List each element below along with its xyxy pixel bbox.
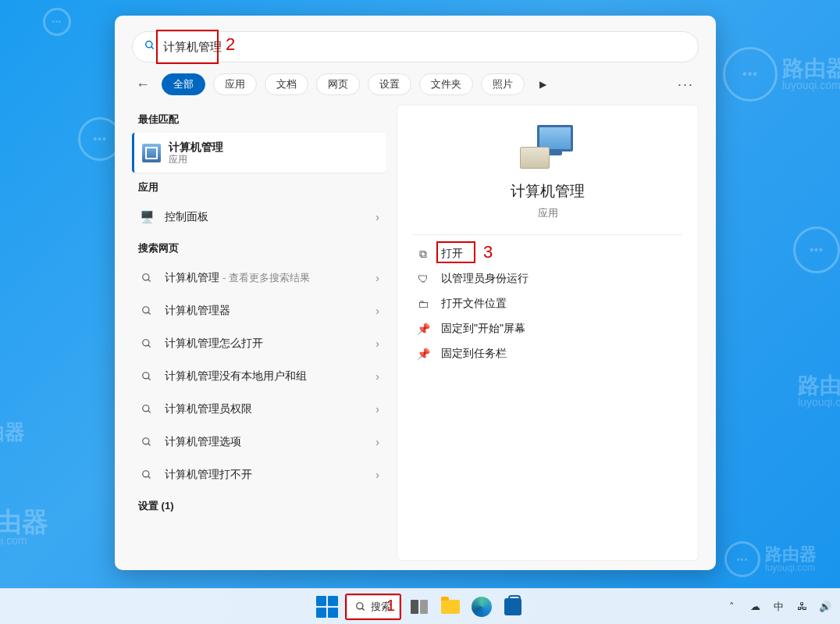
edge-button[interactable]	[470, 595, 493, 619]
folder-icon: 🗀	[416, 298, 430, 310]
annotation-number-2: 2	[226, 34, 235, 55]
svg-line-3	[148, 280, 151, 282]
system-tray: ˄ ☁ 中 🖧 🔊	[723, 600, 834, 614]
search-icon	[138, 335, 155, 352]
control-panel-icon: 🖥️	[138, 209, 155, 226]
chevron-right-icon: ›	[376, 370, 379, 383]
tray-overflow-button[interactable]: ˄	[723, 601, 740, 612]
filter-photos[interactable]: 照片	[481, 73, 525, 95]
best-match-item[interactable]: 计算机管理 应用	[132, 133, 386, 173]
section-best-match: 最佳匹配	[132, 105, 386, 133]
web-result[interactable]: 计算机管理员权限 ›	[132, 393, 386, 426]
filter-more[interactable]: ▶	[532, 79, 553, 90]
filter-row: ← 全部 应用 文档 网页 设置 文件夹 照片 ▶ ···	[132, 73, 699, 95]
search-icon	[144, 40, 155, 54]
svg-line-11	[148, 411, 151, 413]
chevron-right-icon: ›	[376, 469, 379, 481]
chevron-right-icon: ›	[376, 403, 379, 415]
filter-apps[interactable]: 应用	[213, 73, 257, 95]
svg-line-17	[362, 608, 365, 610]
action-pin-start[interactable]: 📌 固定到"开始"屏幕	[413, 316, 682, 341]
svg-line-9	[148, 378, 151, 380]
divider	[413, 234, 682, 235]
result-control-panel[interactable]: 🖥️ 控制面板 ›	[132, 201, 386, 234]
svg-point-12	[143, 438, 149, 444]
preview-title: 计算机管理	[511, 181, 585, 201]
more-options-button[interactable]: ···	[673, 77, 699, 93]
section-settings: 设置 (1)	[132, 491, 386, 519]
search-icon	[138, 302, 155, 319]
open-icon: ⧉	[416, 248, 430, 261]
web-result[interactable]: 计算机管理选项 ›	[132, 426, 386, 458]
store-button[interactable]	[501, 595, 525, 619]
svg-line-7	[148, 345, 151, 348]
shield-icon: 🛡	[416, 273, 430, 285]
web-result[interactable]: 计算机管理没有本地用户和组 ›	[132, 360, 386, 393]
action-run-as-admin[interactable]: 🛡 以管理员身份运行	[413, 266, 682, 291]
best-match-sub: 应用	[169, 154, 223, 165]
task-view-button[interactable]	[408, 595, 431, 619]
action-open[interactable]: ⧉ 打开 3	[413, 241, 682, 266]
network-icon[interactable]: 🖧	[793, 601, 810, 612]
svg-line-1	[151, 47, 154, 49]
taskbar: 搜索 1 ˄ ☁ 中 🖧 🔊	[0, 588, 840, 624]
preview-sub: 应用	[538, 206, 558, 220]
svg-point-0	[146, 41, 152, 48]
filter-web[interactable]: 网页	[316, 73, 360, 95]
svg-point-16	[357, 602, 363, 608]
web-result[interactable]: 计算机管理- 查看更多搜索结果 ›	[132, 262, 386, 294]
pin-icon: 📌	[416, 348, 430, 360]
search-bar[interactable]	[132, 31, 699, 62]
svg-point-4	[143, 307, 149, 313]
search-icon	[138, 269, 155, 287]
annotation-number-1: 1	[386, 597, 395, 615]
volume-icon[interactable]: 🔊	[817, 601, 834, 612]
svg-point-8	[143, 373, 149, 379]
best-match-title: 计算机管理	[169, 141, 223, 154]
search-icon	[138, 466, 155, 483]
search-icon	[138, 401, 155, 418]
search-input[interactable]	[163, 41, 686, 54]
search-flyout: 2 ← 全部 应用 文档 网页 设置 文件夹 照片 ▶ ··· 最佳匹配 计算机…	[115, 16, 716, 570]
computer-management-large-icon	[520, 125, 576, 169]
chevron-right-icon: ›	[376, 337, 379, 350]
chevron-right-icon: ›	[376, 436, 379, 448]
results-list: 最佳匹配 计算机管理 应用 应用 🖥️ 控制面板 › 搜索网页 计算机管理- 查…	[132, 105, 386, 561]
search-icon	[138, 433, 155, 451]
onedrive-icon[interactable]: ☁	[746, 601, 763, 612]
search-icon	[138, 368, 155, 385]
pin-icon: 📌	[416, 323, 430, 335]
chevron-right-icon: ›	[376, 272, 379, 284]
chevron-right-icon: ›	[376, 211, 379, 223]
preview-pane: 计算机管理 应用 ⧉ 打开 3 🛡 以管理员身份运行 🗀 打开文件位置 📌 固定…	[397, 105, 699, 561]
back-button[interactable]: ←	[132, 77, 154, 93]
web-result[interactable]: 计算机管理打不开 ›	[132, 458, 386, 491]
filter-settings[interactable]: 设置	[368, 73, 411, 95]
filter-all[interactable]: 全部	[162, 73, 205, 95]
web-result[interactable]: 计算机管理怎么打开 ›	[132, 327, 386, 360]
svg-point-2	[143, 274, 149, 280]
start-button[interactable]	[315, 595, 339, 619]
svg-point-14	[143, 471, 149, 477]
action-pin-taskbar[interactable]: 📌 固定到任务栏	[413, 341, 682, 366]
ime-indicator[interactable]: 中	[770, 600, 787, 614]
section-apps: 应用	[132, 173, 386, 201]
svg-line-13	[148, 444, 151, 446]
computer-management-icon	[142, 144, 161, 162]
svg-point-10	[143, 405, 149, 412]
action-open-file-location[interactable]: 🗀 打开文件位置	[413, 291, 682, 316]
file-explorer-button[interactable]	[439, 595, 462, 619]
web-result[interactable]: 计算机管理器 ›	[132, 294, 386, 327]
svg-point-6	[143, 340, 149, 346]
filter-docs[interactable]: 文档	[265, 73, 308, 95]
section-web: 搜索网页	[132, 234, 386, 262]
svg-line-5	[148, 312, 151, 315]
annotation-number-3: 3	[483, 242, 493, 262]
filter-folders[interactable]: 文件夹	[419, 73, 473, 95]
svg-line-15	[148, 476, 151, 479]
chevron-right-icon: ›	[376, 305, 379, 317]
